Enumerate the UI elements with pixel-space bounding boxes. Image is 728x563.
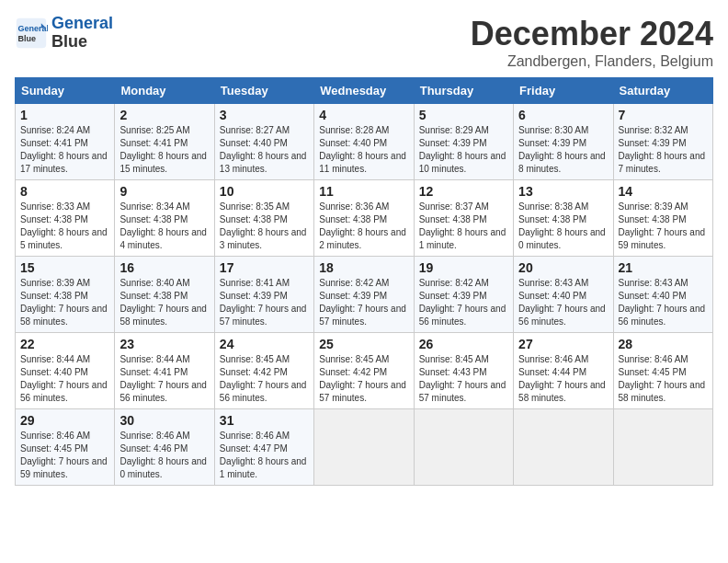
logo-text: GeneralBlue [51, 15, 113, 52]
location-title: Zandbergen, Flanders, Belgium [471, 53, 713, 70]
calendar-cell: 2Sunrise: 8:25 AM Sunset: 4:41 PM Daylig… [115, 104, 214, 180]
day-info: Sunrise: 8:39 AM Sunset: 4:38 PM Dayligh… [619, 201, 708, 252]
day-number: 18 [319, 260, 408, 275]
calendar-cell: 29Sunrise: 8:46 AM Sunset: 4:45 PM Dayli… [16, 409, 115, 486]
weekday-header-tuesday: Tuesday [214, 78, 313, 104]
day-info: Sunrise: 8:43 AM Sunset: 4:40 PM Dayligh… [619, 277, 708, 328]
day-info: Sunrise: 8:45 AM Sunset: 4:42 PM Dayligh… [220, 353, 309, 405]
day-info: Sunrise: 8:29 AM Sunset: 4:39 PM Dayligh… [419, 124, 508, 176]
day-info: Sunrise: 8:42 AM Sunset: 4:39 PM Dayligh… [319, 277, 408, 328]
page-header: General Blue GeneralBlue December 2024 Z… [15, 15, 713, 70]
calendar-week-3: 15Sunrise: 8:39 AM Sunset: 4:38 PM Dayli… [16, 257, 713, 333]
day-number: 16 [119, 260, 209, 275]
day-number: 14 [619, 184, 708, 199]
day-info: Sunrise: 8:46 AM Sunset: 4:44 PM Dayligh… [518, 353, 608, 405]
calendar-cell: 11Sunrise: 8:36 AM Sunset: 4:38 PM Dayli… [314, 180, 414, 257]
weekday-header-thursday: Thursday [414, 78, 513, 104]
calendar-cell: 28Sunrise: 8:46 AM Sunset: 4:45 PM Dayli… [613, 333, 712, 409]
day-info: Sunrise: 8:30 AM Sunset: 4:39 PM Dayligh… [518, 124, 608, 176]
day-number: 24 [220, 337, 309, 351]
day-number: 6 [518, 108, 608, 122]
day-info: Sunrise: 8:45 AM Sunset: 4:42 PM Dayligh… [319, 353, 408, 405]
calendar-week-5: 29Sunrise: 8:46 AM Sunset: 4:45 PM Dayli… [16, 409, 713, 486]
day-info: Sunrise: 8:24 AM Sunset: 4:41 PM Dayligh… [20, 124, 109, 176]
calendar-cell: 1Sunrise: 8:24 AM Sunset: 4:41 PM Daylig… [16, 104, 115, 180]
day-number: 30 [119, 413, 209, 428]
calendar-cell: 20Sunrise: 8:43 AM Sunset: 4:40 PM Dayli… [514, 257, 613, 333]
calendar-cell: 3Sunrise: 8:27 AM Sunset: 4:40 PM Daylig… [214, 104, 313, 180]
calendar-cell: 16Sunrise: 8:40 AM Sunset: 4:38 PM Dayli… [115, 257, 214, 333]
weekday-header-monday: Monday [115, 78, 214, 104]
day-info: Sunrise: 8:46 AM Sunset: 4:45 PM Dayligh… [619, 353, 708, 405]
svg-text:Blue: Blue [18, 34, 37, 43]
calendar-cell: 8Sunrise: 8:33 AM Sunset: 4:38 PM Daylig… [16, 180, 115, 257]
calendar-table: SundayMondayTuesdayWednesdayThursdayFrid… [15, 77, 713, 486]
day-number: 5 [419, 108, 508, 122]
day-info: Sunrise: 8:38 AM Sunset: 4:38 PM Dayligh… [518, 201, 608, 252]
day-number: 1 [20, 108, 109, 122]
day-info: Sunrise: 8:41 AM Sunset: 4:39 PM Dayligh… [220, 277, 309, 328]
day-number: 13 [518, 184, 608, 199]
day-info: Sunrise: 8:45 AM Sunset: 4:43 PM Dayligh… [419, 353, 508, 405]
day-number: 11 [319, 184, 408, 199]
weekday-header-sunday: Sunday [16, 78, 115, 104]
day-info: Sunrise: 8:28 AM Sunset: 4:40 PM Dayligh… [319, 124, 408, 176]
day-number: 17 [220, 260, 309, 275]
day-info: Sunrise: 8:39 AM Sunset: 4:38 PM Dayligh… [20, 277, 109, 328]
day-info: Sunrise: 8:46 AM Sunset: 4:47 PM Dayligh… [220, 430, 309, 481]
day-info: Sunrise: 8:36 AM Sunset: 4:38 PM Dayligh… [319, 201, 408, 252]
month-title: December 2024 [471, 15, 713, 53]
calendar-cell [314, 409, 414, 486]
calendar-week-2: 8Sunrise: 8:33 AM Sunset: 4:38 PM Daylig… [16, 180, 713, 257]
title-area: December 2024 Zandbergen, Flanders, Belg… [471, 15, 713, 70]
day-number: 28 [619, 337, 708, 351]
day-info: Sunrise: 8:42 AM Sunset: 4:39 PM Dayligh… [419, 277, 508, 328]
day-number: 7 [619, 108, 708, 122]
calendar-week-4: 22Sunrise: 8:44 AM Sunset: 4:40 PM Dayli… [16, 333, 713, 409]
calendar-cell: 6Sunrise: 8:30 AM Sunset: 4:39 PM Daylig… [514, 104, 613, 180]
calendar-cell: 10Sunrise: 8:35 AM Sunset: 4:38 PM Dayli… [214, 180, 313, 257]
day-info: Sunrise: 8:40 AM Sunset: 4:38 PM Dayligh… [119, 277, 209, 328]
calendar-cell: 7Sunrise: 8:32 AM Sunset: 4:39 PM Daylig… [613, 104, 712, 180]
day-number: 15 [20, 260, 109, 275]
day-info: Sunrise: 8:46 AM Sunset: 4:46 PM Dayligh… [119, 430, 209, 481]
weekday-header-friday: Friday [514, 78, 613, 104]
day-number: 9 [119, 184, 209, 199]
day-info: Sunrise: 8:35 AM Sunset: 4:38 PM Dayligh… [220, 201, 309, 252]
day-info: Sunrise: 8:33 AM Sunset: 4:38 PM Dayligh… [20, 201, 109, 252]
calendar-cell: 14Sunrise: 8:39 AM Sunset: 4:38 PM Dayli… [613, 180, 712, 257]
calendar-cell: 22Sunrise: 8:44 AM Sunset: 4:40 PM Dayli… [16, 333, 115, 409]
calendar-cell: 19Sunrise: 8:42 AM Sunset: 4:39 PM Dayli… [414, 257, 513, 333]
day-number: 31 [220, 413, 309, 428]
calendar-cell: 17Sunrise: 8:41 AM Sunset: 4:39 PM Dayli… [214, 257, 313, 333]
day-info: Sunrise: 8:34 AM Sunset: 4:38 PM Dayligh… [119, 201, 209, 252]
day-number: 23 [119, 337, 209, 351]
day-number: 12 [419, 184, 508, 199]
calendar-cell: 15Sunrise: 8:39 AM Sunset: 4:38 PM Dayli… [16, 257, 115, 333]
calendar-cell: 24Sunrise: 8:45 AM Sunset: 4:42 PM Dayli… [214, 333, 313, 409]
day-number: 22 [20, 337, 109, 351]
calendar-cell [514, 409, 613, 486]
day-number: 2 [119, 108, 209, 122]
day-number: 4 [319, 108, 408, 122]
calendar-cell [613, 409, 712, 486]
day-info: Sunrise: 8:25 AM Sunset: 4:41 PM Dayligh… [119, 124, 209, 176]
day-info: Sunrise: 8:43 AM Sunset: 4:40 PM Dayligh… [518, 277, 608, 328]
calendar-cell: 30Sunrise: 8:46 AM Sunset: 4:46 PM Dayli… [115, 409, 214, 486]
calendar-body: 1Sunrise: 8:24 AM Sunset: 4:41 PM Daylig… [16, 104, 713, 486]
day-info: Sunrise: 8:44 AM Sunset: 4:41 PM Dayligh… [119, 353, 209, 405]
calendar-cell: 12Sunrise: 8:37 AM Sunset: 4:38 PM Dayli… [414, 180, 513, 257]
calendar-cell: 5Sunrise: 8:29 AM Sunset: 4:39 PM Daylig… [414, 104, 513, 180]
calendar-cell: 23Sunrise: 8:44 AM Sunset: 4:41 PM Dayli… [115, 333, 214, 409]
day-number: 10 [220, 184, 309, 199]
day-number: 26 [419, 337, 508, 351]
weekday-header-saturday: Saturday [613, 78, 712, 104]
logo-icon: General Blue [15, 17, 48, 50]
calendar-cell: 25Sunrise: 8:45 AM Sunset: 4:42 PM Dayli… [314, 333, 414, 409]
day-info: Sunrise: 8:44 AM Sunset: 4:40 PM Dayligh… [20, 353, 109, 405]
day-info: Sunrise: 8:46 AM Sunset: 4:45 PM Dayligh… [20, 430, 109, 481]
calendar-cell: 9Sunrise: 8:34 AM Sunset: 4:38 PM Daylig… [115, 180, 214, 257]
calendar-cell [414, 409, 513, 486]
calendar-cell: 27Sunrise: 8:46 AM Sunset: 4:44 PM Dayli… [514, 333, 613, 409]
calendar-cell: 26Sunrise: 8:45 AM Sunset: 4:43 PM Dayli… [414, 333, 513, 409]
